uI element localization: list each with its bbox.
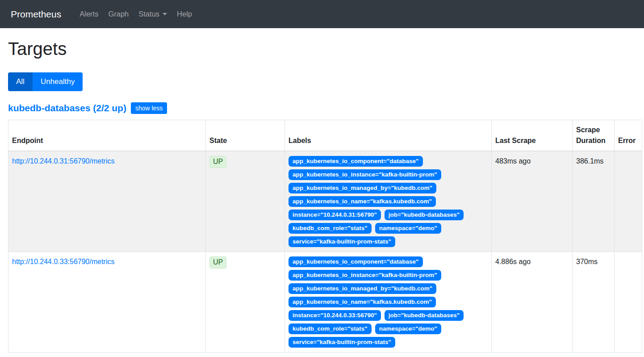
label-badge: app_kubernetes_io_component="database" bbox=[289, 156, 423, 167]
header-scrape-duration: Scrape Duration bbox=[573, 120, 615, 151]
table-row: http://10.244.0.31:56790/metrics UP app_… bbox=[8, 151, 642, 252]
last-scrape-value: 4.886s ago bbox=[492, 252, 573, 353]
scrape-pool-header: kubedb-databases (2/2 up) show less bbox=[8, 102, 642, 114]
label-badge: kubedb_com_role="stats" bbox=[289, 323, 372, 334]
scrape-duration-value: 386.1ms bbox=[573, 151, 615, 252]
header-labels: Labels bbox=[285, 120, 492, 151]
label-badge: kubedb_com_role="stats" bbox=[289, 223, 372, 234]
label-badge: namespace="demo" bbox=[375, 323, 441, 334]
show-less-button[interactable]: show less bbox=[131, 102, 167, 114]
label-badge: app_kubernetes_io_instance="kafka-builti… bbox=[289, 169, 441, 180]
label-badge: app_kubernetes_io_managed_by="kubedb.com… bbox=[289, 183, 436, 193]
last-scrape-value: 483ms ago bbox=[492, 151, 573, 252]
header-last-scrape: Last Scrape bbox=[492, 120, 573, 151]
nav-status-label: Status bbox=[138, 10, 159, 18]
state-up-badge: UP bbox=[209, 156, 226, 168]
filter-all-button[interactable]: All bbox=[8, 72, 33, 91]
label-badge: app_kubernetes_io_name="kafkas.kubedb.co… bbox=[289, 196, 436, 207]
health-filter-group: AllUnhealthy bbox=[8, 72, 642, 91]
label-badge: app_kubernetes_io_component="database" bbox=[289, 256, 423, 267]
filter-unhealthy-button[interactable]: Unhealthy bbox=[33, 72, 83, 91]
table-header: Endpoint State Labels Last Scrape Scrape… bbox=[8, 120, 642, 151]
targets-page: Targets AllUnhealthy kubedb-databases (2… bbox=[0, 39, 644, 353]
page-title: Targets bbox=[8, 39, 642, 59]
nav-help[interactable]: Help bbox=[172, 6, 197, 22]
targets-table: Endpoint State Labels Last Scrape Scrape… bbox=[8, 120, 642, 353]
label-badge: app_kubernetes_io_name="kafkas.kubedb.co… bbox=[289, 297, 436, 307]
label-badge: instance="10.244.0.31:56790" bbox=[289, 210, 381, 220]
table-row: http://10.244.0.33:56790/metrics UP app_… bbox=[8, 252, 642, 353]
navbar: Prometheus Alerts Graph Status Help bbox=[0, 0, 644, 28]
header-endpoint: Endpoint bbox=[8, 120, 206, 151]
brand-prometheus[interactable]: Prometheus bbox=[11, 9, 61, 20]
nav-alerts[interactable]: Alerts bbox=[75, 6, 103, 22]
nav-graph[interactable]: Graph bbox=[103, 6, 134, 22]
label-badge: service="kafka-builtin-prom-stats" bbox=[289, 337, 395, 348]
endpoint-link[interactable]: http://10.244.0.33:56790/metrics bbox=[12, 258, 114, 265]
endpoint-link[interactable]: http://10.244.0.31:56790/metrics bbox=[12, 157, 114, 165]
scrape-pool-title-link[interactable]: kubedb-databases (2/2 up) bbox=[8, 103, 126, 113]
label-badge: job="kubedb-databases" bbox=[385, 210, 464, 220]
label-badge: namespace="demo" bbox=[375, 223, 441, 234]
error-value bbox=[615, 252, 642, 353]
nav-status-dropdown[interactable]: Status bbox=[134, 6, 172, 22]
scrape-duration-value: 370ms bbox=[573, 252, 615, 353]
header-error: Error bbox=[615, 120, 642, 151]
label-badge: instance="10.244.0.33:56790" bbox=[289, 310, 381, 321]
label-badge: service="kafka-builtin-prom-stats" bbox=[289, 236, 395, 247]
state-up-badge: UP bbox=[209, 256, 226, 269]
label-badge: app_kubernetes_io_managed_by="kubedb.com… bbox=[289, 283, 436, 294]
header-state: State bbox=[206, 120, 285, 151]
label-badge: job="kubedb-databases" bbox=[385, 310, 464, 321]
error-value bbox=[615, 151, 642, 252]
chevron-down-icon bbox=[163, 13, 167, 15]
label-badge: app_kubernetes_io_instance="kafka-builti… bbox=[289, 270, 441, 281]
